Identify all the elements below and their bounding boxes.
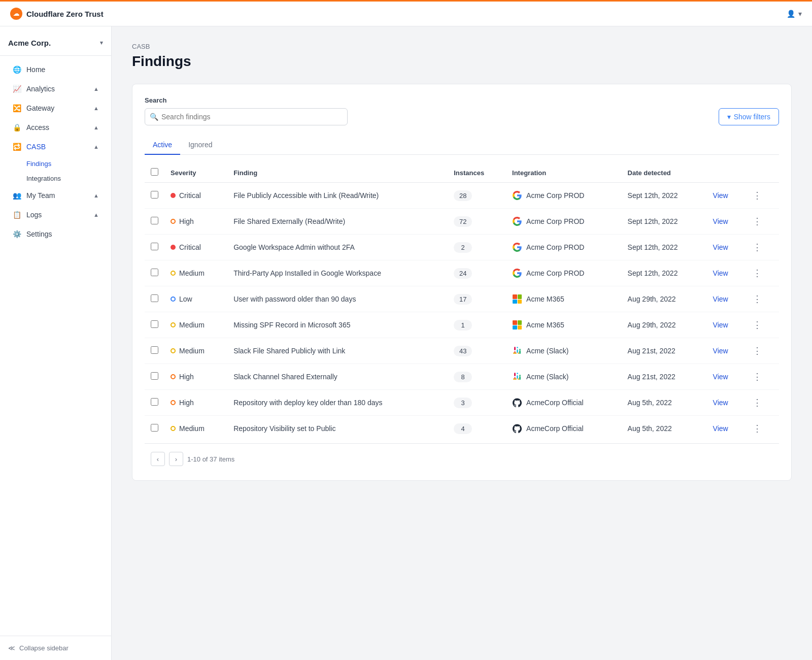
row-checkbox-cell [145,312,164,338]
sidebar-item-logs[interactable]: 📋 Logs ▲ [4,206,107,224]
view-link[interactable]: View [713,217,728,225]
integration-icon-wrap [512,423,522,434]
row-checkbox-cell [145,390,164,416]
sidebar-label-home: Home [26,65,45,74]
user-menu[interactable]: 👤 ▾ [787,10,802,18]
sidebar-item-findings[interactable]: Findings [4,156,107,171]
tab-ignored[interactable]: Ignored [180,136,220,155]
integration-name: Acme M365 [526,295,564,303]
sidebar-item-casb[interactable]: 🔁 CASB ▲ [4,138,107,156]
google-icon [513,243,522,252]
instances-badge: 2 [454,242,472,253]
slack-icon [513,346,522,355]
row-checkbox[interactable] [151,372,158,380]
more-options-button[interactable]: ⋮ [751,215,764,227]
sidebar-item-home[interactable]: 🌐 Home [4,60,107,79]
row-checkbox[interactable] [151,243,158,250]
row-checkbox[interactable] [151,398,158,406]
search-section: Search 🔍 ▾ Show filters [145,96,779,125]
sidebar-item-integrations[interactable]: Integrations [4,171,107,186]
view-link[interactable]: View [713,321,728,329]
search-input[interactable] [145,108,348,125]
sidebar-label-casb: CASB [26,143,46,151]
table-row: Medium Repository Visibility set to Publ… [145,416,779,442]
sidebar-item-gateway[interactable]: 🔀 Gateway ▲ [4,99,107,117]
view-link[interactable]: View [713,295,728,303]
more-options-button[interactable]: ⋮ [751,371,764,383]
show-filters-button[interactable]: ▾ Show filters [719,108,779,125]
row-severity: Medium [164,260,227,286]
sidebar-item-my-team[interactable]: 👥 My Team ▲ [4,186,107,205]
col-integration: Integration [506,163,622,183]
google-icon [513,217,522,226]
row-checkbox[interactable] [151,346,158,354]
search-row: 🔍 ▾ Show filters [145,108,779,125]
row-instances: 2 [448,235,506,260]
svg-rect-2 [517,347,518,348]
row-more-cell: ⋮ [745,390,779,416]
more-options-button[interactable]: ⋮ [751,189,764,202]
row-date: Sept 12th, 2022 [622,260,707,286]
more-options-button[interactable]: ⋮ [751,397,764,409]
row-integration: AcmeCorp Official [506,390,622,416]
integration-icon-wrap [512,398,522,408]
row-view-cell: View [707,235,745,260]
analytics-icon: 📈 [12,84,21,93]
row-checkbox[interactable] [151,191,158,199]
cloudflare-icon: ☁ [10,8,22,20]
severity-label: Low [179,295,192,303]
view-link[interactable]: View [713,347,728,355]
collapse-label: Collapse sidebar [19,644,69,652]
row-view-cell: View [707,390,745,416]
row-checkbox[interactable] [151,320,158,328]
findings-label: Findings [26,160,51,168]
more-options-button[interactable]: ⋮ [751,345,764,357]
org-name: Acme Corp. [8,39,51,47]
view-link[interactable]: View [713,373,728,381]
gateway-icon: 🔀 [12,104,21,113]
row-checkbox[interactable] [151,294,158,302]
view-link[interactable]: View [713,191,728,200]
view-link[interactable]: View [713,424,728,433]
view-link[interactable]: View [713,399,728,407]
analytics-chevron-icon: ▲ [93,86,99,92]
col-instances: Instances [448,163,506,183]
row-checkbox-cell [145,416,164,442]
integration-name: Acme Corp PROD [526,243,584,251]
more-options-button[interactable]: ⋮ [751,267,764,279]
tab-active[interactable]: Active [145,136,180,155]
sidebar-item-analytics[interactable]: 📈 Analytics ▲ [4,80,107,98]
prev-page-button[interactable]: ‹ [151,452,165,466]
col-view [707,163,745,183]
integration-name: Acme Corp PROD [526,217,584,225]
row-checkbox[interactable] [151,217,158,224]
more-options-button[interactable]: ⋮ [751,422,764,435]
view-link[interactable]: View [713,243,728,251]
more-options-button[interactable]: ⋮ [751,293,764,305]
severity-dot [171,245,176,250]
select-all-checkbox[interactable] [151,168,158,176]
row-checkbox-cell [145,260,164,286]
table-row: Critical File Publicly Accessible with L… [145,183,779,209]
row-severity: Critical [164,235,227,260]
sidebar-item-settings[interactable]: ⚙️ Settings [4,225,107,243]
topnav: ☁ Cloudflare Zero Trust 👤 ▾ [0,0,812,26]
org-selector[interactable]: Acme Corp. ▾ [0,35,111,56]
collapse-sidebar-button[interactable]: ≪ Collapse sidebar [0,636,111,660]
view-link[interactable]: View [713,269,728,277]
row-checkbox[interactable] [151,269,158,276]
row-date: Sept 12th, 2022 [622,183,707,209]
row-date: Sept 12th, 2022 [622,235,707,260]
sidebar-item-access[interactable]: 🔒 Access ▲ [4,118,107,137]
severity-label: Critical [179,243,201,251]
row-checkbox[interactable] [151,424,158,432]
more-options-button[interactable]: ⋮ [751,241,764,253]
more-options-button[interactable]: ⋮ [751,319,764,331]
breadcrumb: CASB [132,43,792,50]
instances-badge: 17 [454,294,472,305]
integration-icon-wrap [512,268,522,278]
svg-rect-12 [519,376,521,380]
row-finding: File Shared Externally (Read/Write) [227,209,448,235]
integration-name: Acme Corp PROD [526,269,584,277]
next-page-button[interactable]: › [169,452,183,466]
